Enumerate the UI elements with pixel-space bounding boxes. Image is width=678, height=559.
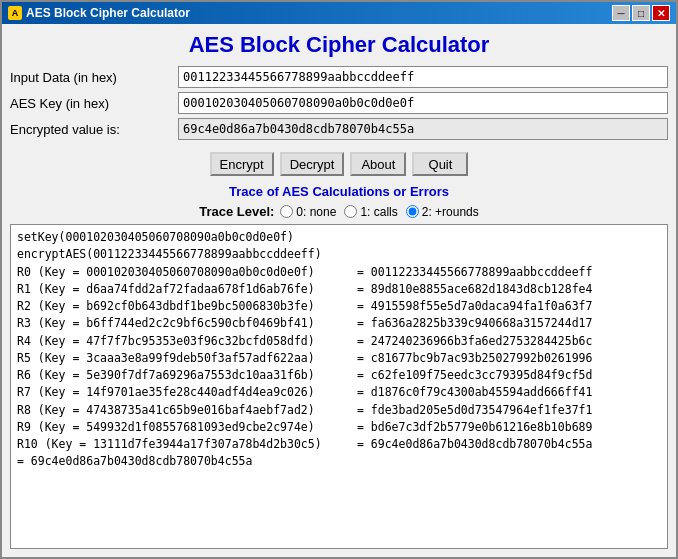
output-line: setKey(000102030405060708090a0b0c0d0e0f) (17, 229, 661, 246)
trace-heading: Trace of AES Calculations or Errors (10, 184, 668, 199)
about-button[interactable]: About (350, 152, 406, 176)
output-row: R5 (Key = 3caaa3e8a99f9deb50f3af57adf622… (17, 350, 661, 367)
aes-key-row: AES Key (in hex) (10, 92, 668, 114)
input-data-field[interactable] (178, 66, 668, 88)
output-row: R3 (Key = b6ff744ed2c2c9bf6c590cbf0469bf… (17, 315, 661, 332)
trace-level-label: Trace Level: (199, 204, 274, 219)
trace-option-1-label: 1: calls (360, 205, 397, 219)
output-row: R10 (Key = 13111d7fe3944a17f307a78b4d2b3… (17, 436, 661, 453)
input-data-label: Input Data (in hex) (10, 70, 170, 85)
form-section: Input Data (in hex) AES Key (in hex) Enc… (10, 66, 668, 140)
output-line: = 69c4e0d86a7b0430d8cdb78070b4c55a (17, 453, 661, 470)
output-row: R2 (Key = b692cf0b643dbdf1be9bc5006830b3… (17, 298, 661, 315)
output-right: = c62fe109f75eedc3cc79395d84f9cf5d (357, 367, 592, 384)
output-row: R1 (Key = d6aa74fdd2af72fadaa678f1d6ab76… (17, 281, 661, 298)
output-right: = d1876c0f79c4300ab45594add666ff41 (357, 384, 592, 401)
encrypt-button[interactable]: Encrypt (210, 152, 274, 176)
encrypted-label: Encrypted value is: (10, 122, 170, 137)
aes-key-label: AES Key (in hex) (10, 96, 170, 111)
output-right: = bd6e7c3df2b5779e0b61216e8b10b689 (357, 419, 592, 436)
trace-option-0-label: 0: none (296, 205, 336, 219)
trace-option-0[interactable]: 0: none (280, 205, 336, 219)
output-right: = c81677bc9b7ac93b25027992b0261996 (357, 350, 592, 367)
output-left: R7 (Key = 14f9701ae35fe28c440adf4d4ea9c0… (17, 384, 357, 401)
trace-level-row: Trace Level: 0: none 1: calls 2: +rounds (10, 204, 668, 219)
output-area: setKey(000102030405060708090a0b0c0d0e0f)… (10, 224, 668, 549)
output-right: = fde3bad205e5d0d73547964ef1fe37f1 (357, 402, 592, 419)
output-left: R5 (Key = 3caaa3e8a99f9deb50f3af57adf622… (17, 350, 357, 367)
encrypted-row: Encrypted value is: (10, 118, 668, 140)
output-row: R0 (Key = 000102030405060708090a0b0c0d0e… (17, 264, 661, 281)
app-title: AES Block Cipher Calculator (10, 32, 668, 58)
decrypt-button[interactable]: Decrypt (280, 152, 345, 176)
output-left: R6 (Key = 5e390f7df7a69296a7553dc10aa31f… (17, 367, 357, 384)
main-window: A AES Block Cipher Calculator ─ □ ✕ AES … (0, 0, 678, 559)
buttons-row: Encrypt Decrypt About Quit (10, 152, 668, 176)
output-row: R9 (Key = 549932d1f08557681093ed9cbe2c97… (17, 419, 661, 436)
output-right: = 69c4e0d86a7b0430d8cdb78070b4c55a (357, 436, 592, 453)
trace-radio-0[interactable] (280, 205, 293, 218)
main-content: AES Block Cipher Calculator Input Data (… (2, 24, 676, 557)
trace-option-2-label: 2: +rounds (422, 205, 479, 219)
output-right: = 247240236966b3fa6ed2753284425b6c (357, 333, 592, 350)
trace-option-2[interactable]: 2: +rounds (406, 205, 479, 219)
title-bar-buttons: ─ □ ✕ (612, 5, 670, 21)
output-left: R8 (Key = 47438735a41c65b9e016baf4aebf7a… (17, 402, 357, 419)
encrypted-value-field (178, 118, 668, 140)
output-line: encryptAES(00112233445566778899aabbccdde… (17, 246, 661, 263)
output-right: = fa636a2825b339c940668a3157244d17 (357, 315, 592, 332)
minimize-button[interactable]: ─ (612, 5, 630, 21)
output-left: R3 (Key = b6ff744ed2c2c9bf6c590cbf0469bf… (17, 315, 357, 332)
trace-radio-1[interactable] (344, 205, 357, 218)
output-left: R4 (Key = 47f7f7bc95353e03f96c32bcfd058d… (17, 333, 357, 350)
trace-radio-group: 0: none 1: calls 2: +rounds (280, 205, 478, 219)
output-row: R8 (Key = 47438735a41c65b9e016baf4aebf7a… (17, 402, 661, 419)
output-right: = 4915598f55e5d7a0daca94fa1f0a63f7 (357, 298, 592, 315)
input-data-row: Input Data (in hex) (10, 66, 668, 88)
output-left: R0 (Key = 000102030405060708090a0b0c0d0e… (17, 264, 357, 281)
title-bar-text: AES Block Cipher Calculator (26, 6, 190, 20)
maximize-button[interactable]: □ (632, 5, 650, 21)
output-row: R4 (Key = 47f7f7bc95353e03f96c32bcfd058d… (17, 333, 661, 350)
title-bar: A AES Block Cipher Calculator ─ □ ✕ (2, 2, 676, 24)
output-left: R9 (Key = 549932d1f08557681093ed9cbe2c97… (17, 419, 357, 436)
app-icon: A (8, 6, 22, 20)
aes-key-field[interactable] (178, 92, 668, 114)
close-button[interactable]: ✕ (652, 5, 670, 21)
output-left: R2 (Key = b692cf0b643dbdf1be9bc5006830b3… (17, 298, 357, 315)
output-left: R10 (Key = 13111d7fe3944a17f307a78b4d2b3… (17, 436, 357, 453)
output-left: R1 (Key = d6aa74fdd2af72fadaa678f1d6ab76… (17, 281, 357, 298)
output-right: = 89d810e8855ace682d1843d8cb128fe4 (357, 281, 592, 298)
quit-button[interactable]: Quit (412, 152, 468, 176)
output-right: = 00112233445566778899aabbccddeeff (357, 264, 592, 281)
title-bar-left: A AES Block Cipher Calculator (8, 6, 190, 20)
trace-option-1[interactable]: 1: calls (344, 205, 397, 219)
output-row: R7 (Key = 14f9701ae35fe28c440adf4d4ea9c0… (17, 384, 661, 401)
output-row: R6 (Key = 5e390f7df7a69296a7553dc10aa31f… (17, 367, 661, 384)
trace-radio-2[interactable] (406, 205, 419, 218)
